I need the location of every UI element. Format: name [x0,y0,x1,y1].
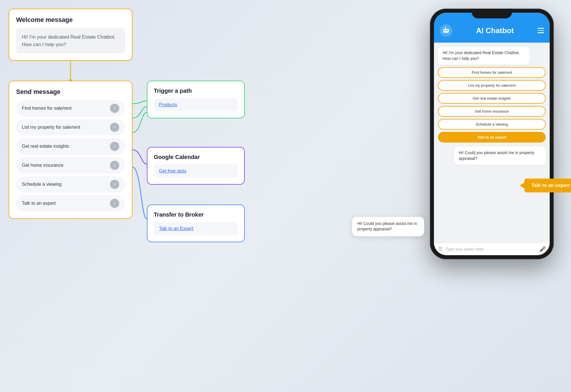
list-item[interactable]: Get home insurance [16,157,125,173]
tooltip-bubble: Hi! Could you please assist me in proper… [352,217,424,236]
phone-mockup: AI Chatbot Hi! I'm your dedicated Real E… [430,9,554,259]
menu-icon[interactable] [538,28,544,33]
list-item[interactable]: Get real estate insights [16,138,125,154]
arrow-button[interactable] [110,180,119,189]
svg-rect-2 [443,29,449,33]
option-label: Find homes for sale/rent [22,106,72,111]
transfer-broker-link[interactable]: Talk to an Expert [154,222,238,235]
bot-icon [440,24,452,37]
option-label: Get real estate insights [22,144,69,149]
phone-outer: AI Chatbot Hi! I'm your dedicated Real E… [430,9,554,259]
option-label: Schedule a viewing [22,182,62,187]
trigger-path-title: Trigger a path [154,88,238,94]
list-item[interactable]: Find homes for sale/rent [16,100,125,116]
list-item[interactable]: Schedule a viewing [16,176,125,192]
welcome-message: Hi! I'm your dedicated Real Estate Chatb… [16,28,125,53]
option-label: Get home insurance [22,163,63,168]
list-item[interactable]: List my property for sale/rent [16,119,125,135]
chat-option-btn[interactable]: Schedule a viewing [438,119,546,130]
phone-screen: AI Chatbot Hi! I'm your dedicated Real E… [434,13,550,255]
microphone-icon[interactable]: 🎤 [539,246,546,252]
send-message-box: Send message Find homes for sale/rent Li… [9,81,132,219]
phone-input-area: ☰ Type your query here 🎤 [434,243,550,255]
menu-lines-icon: ☰ [438,246,443,252]
google-calendar-link[interactable]: Get free slots [154,164,238,178]
arrow-button[interactable] [110,104,119,113]
arrow-button[interactable] [110,161,119,170]
svg-point-4 [447,30,448,31]
arrow-button[interactable] [110,142,119,151]
option-label: Talk to an expert [22,201,56,206]
transfer-broker-box: Transfer to Broker Talk to an Expert [147,204,245,242]
option-label: List my property for sale/rent [22,125,80,130]
chat-option-btn[interactable]: Get real estate insights [438,93,546,104]
list-item[interactable]: Talk to an expert [16,195,125,211]
welcome-title: Welcome message [16,16,125,24]
chat-option-btn[interactable]: List my property for sale/rent [438,80,546,91]
canvas: Welcome message Hi! I'm your dedicated R… [0,0,571,392]
google-calendar-box: Google Calendar Get free slots [147,147,245,185]
tooltip-text: Hi! Could you please assist me in proper… [357,221,417,232]
transfer-broker-title: Transfer to Broker [154,211,238,218]
phone-title: AI Chatbot [452,26,538,35]
send-message-title: Send message [16,88,125,96]
trigger-path-link[interactable]: Products [154,98,238,111]
phone-notch [472,9,512,18]
chat-option-btn[interactable]: Find homes for sale/rent [438,67,546,78]
talk-expert-button[interactable]: Talk to an expert [438,132,546,143]
trigger-path-box: Trigger a path Products [147,81,245,118]
input-placeholder[interactable]: Type your query here [445,247,536,251]
svg-point-6 [445,27,446,28]
bot-greeting-bubble: Hi! I'm your dedicated Real Estate Chatb… [438,47,530,65]
arrow-button[interactable] [110,199,119,208]
google-calendar-title: Google Calendar [154,154,238,160]
user-message-bubble: Hi! Could you please assist me in proper… [454,147,546,165]
svg-point-3 [444,30,445,31]
arrow-button[interactable] [110,123,119,132]
chat-option-btn[interactable]: Get home insurance [438,106,546,117]
welcome-box: Welcome message Hi! I'm your dedicated R… [9,9,132,61]
talk-expert-arrow-label: Talk to an expert [524,179,571,192]
phone-chat-area[interactable]: Hi! I'm your dedicated Real Estate Chatb… [434,43,550,243]
